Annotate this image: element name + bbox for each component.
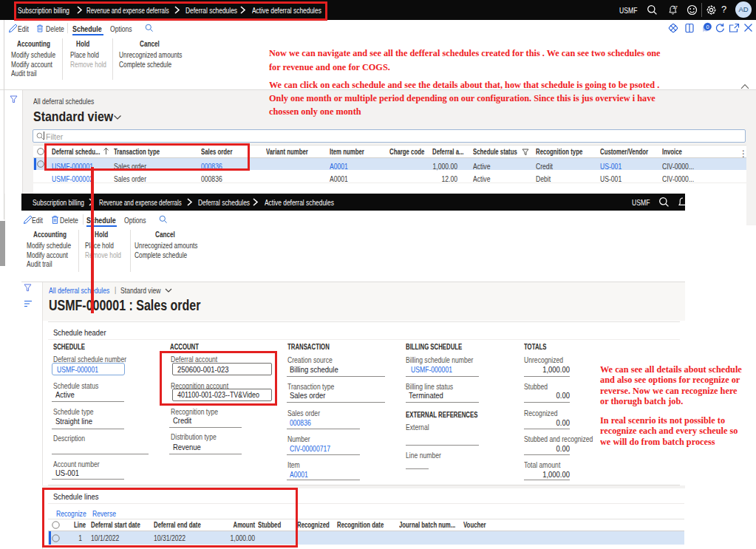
svg-text:0: 0 — [706, 24, 709, 30]
svg-text:37: 37 — [672, 5, 678, 10]
